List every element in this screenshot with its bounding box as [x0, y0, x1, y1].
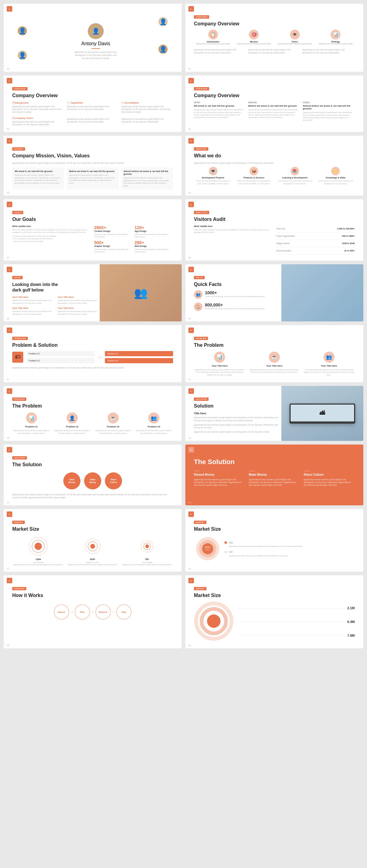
logo: L	[7, 578, 12, 583]
logo: L	[189, 388, 194, 394]
people-image: 👥	[100, 264, 182, 321]
prob4-icon-1: 📊	[26, 412, 37, 424]
mission-box-3: Almost before we knew it, we had left th…	[121, 167, 173, 189]
slide-tag: ANALYTICS	[194, 211, 209, 214]
slide-tag: MARKET	[194, 587, 206, 590]
goals-extra: • There are many variations of Lorem Ips…	[12, 235, 91, 243]
ring-inner	[207, 614, 221, 628]
market-text-1: Trips Booked	[12, 561, 64, 564]
co-text-6: Apparently we had reached a great height…	[121, 118, 173, 123]
ps-icon: 🏷	[12, 352, 23, 363]
tam-text: Apparently we had reached a great height…	[229, 545, 355, 548]
logo: L	[7, 388, 12, 394]
ps-layout: 🏷 Problem #1 Problem #2 → Solution #1 So…	[12, 351, 173, 363]
prob-title-2: Your Title Here	[249, 365, 300, 367]
prob4-icon-3: ☕	[108, 412, 119, 424]
profile-name: Antony Davis	[25, 41, 167, 46]
ml-row-2: 6.4M	[237, 620, 355, 624]
goals-layout: Write subtitle here There are many varia…	[12, 225, 173, 253]
icon-item-4: 📊 Strategy Apparently we had reached a g…	[316, 30, 355, 45]
ps-solutions: Solution #1 Solution #2	[105, 351, 173, 363]
what-label-4: Knowledge & Skills	[316, 177, 355, 179]
sol-orange-grid: Raised Money Apparently we had reached a…	[194, 471, 355, 487]
logo: L	[189, 78, 194, 84]
sol-text-3: Apparently we had reached a great height…	[194, 431, 281, 434]
co-text-3: Apparently we had reached a great height…	[121, 105, 173, 113]
slide-title: The Solution	[194, 458, 355, 466]
laptop-screen: 🏙	[290, 405, 354, 421]
co-text-5: Apparently we had reached a great height…	[67, 118, 119, 123]
co-text-2: Apparently we had reached a great height…	[67, 105, 119, 111]
side-avatars-left: 👤 👤	[18, 26, 27, 60]
row-value-1: 2,500 to 100,000+	[337, 228, 355, 230]
co-item-6: Apparently we had reached a great height…	[121, 117, 173, 126]
market-label-3: 7M+	[121, 558, 173, 560]
what-text-4: Lorem Ipsum There are many variations of…	[316, 180, 355, 185]
prob-item-1: 📊 Your Title Here Apparently we had reac…	[194, 352, 246, 376]
slide-tag: SERVICES	[194, 147, 208, 151]
slide-tag: PROBLEM	[194, 337, 208, 340]
profile-text: Apparently we had reached a great height…	[74, 51, 117, 60]
slide-19: L PROCESS How it Works Search → Pick → R…	[4, 575, 182, 648]
slide-title: Company Overview	[194, 93, 355, 98]
col-title-3: Almost before we knew it, we had left th…	[303, 104, 355, 110]
logo: L	[7, 6, 12, 11]
mission-grid: We knew it, we had left the ground. Appa…	[12, 167, 173, 189]
slide-tag: SOLUTION	[194, 398, 208, 401]
prob-text-3: The most impressive thing is that has be…	[303, 369, 355, 376]
donut-layout: $215.6 $73.2 TAM Apparently we had reach…	[194, 535, 355, 564]
prob-title-1: Your Title Here	[194, 365, 246, 367]
prob4-text-2: Apparently we had reached a great height…	[53, 429, 92, 434]
lg-text-1: Apparently we had reached a great height…	[12, 299, 55, 304]
slide-6: L SERVICES What we do Apparently we had …	[185, 136, 363, 195]
page-number: 01	[7, 68, 9, 70]
slide-8: L ANALYTICS Visitors Audit Write subtitl…	[185, 199, 363, 260]
slide-14: L 🏙 SOLUTION Solution Title here Apparen…	[185, 386, 363, 441]
audit-row-1: Total Visit 2,500 to 100,000+	[276, 225, 355, 232]
slide-title: Problem & Solution	[12, 342, 173, 348]
ps-sol-1: Solution #1	[105, 351, 173, 356]
market-grid: 120M Trips Booked Apparently we had reac…	[12, 535, 173, 565]
logo: L	[189, 6, 194, 11]
audit-row-3: Happy Clients 3100 to 8100	[276, 240, 355, 247]
slide-1: L 👤 👤 👤 Antony Davis Apparently we had r…	[4, 4, 182, 72]
slide-title: The Problem	[194, 342, 355, 348]
how-arrow-2: →	[91, 611, 94, 614]
prob4-item-1: 📊 Problem #1 Apparently we had reached a…	[12, 412, 51, 434]
slide-title: How it Works	[12, 593, 173, 598]
slide-4: L OVERVIEW Company Overview INTRO We kne…	[185, 75, 363, 132]
logo: L	[189, 202, 194, 207]
market-desc-1: Apparently we had reached a great height…	[12, 564, 64, 565]
market-item-3: 7M+ Trips W/B&B Apparently we had reache…	[121, 535, 173, 565]
page-number: 04	[189, 128, 191, 130]
sol-subtitle: Title here	[194, 412, 281, 415]
slide-tag: PROCESS	[12, 587, 26, 590]
slide-17: L MARKET Market Size 120M Trips Booked A…	[4, 509, 182, 571]
stat-num-1: 2800+	[94, 225, 133, 230]
co-item-2: 📄 Capabilities Apparently we had reached…	[67, 101, 119, 113]
slide-13: L PROBLEM The Problem 📊 Problem #1 Appar…	[4, 386, 182, 441]
donut-lg-svg	[194, 601, 234, 641]
prob-text-2: Apparently we had reached a great height…	[249, 369, 300, 374]
prob-item-2: ☕ Your Title Here Apparently we had reac…	[249, 352, 300, 376]
audit-row-4: Success project 21 to 300+	[276, 247, 355, 254]
icon-label-3: Vision	[291, 41, 298, 43]
concentric-2	[82, 535, 103, 557]
slide-tag: FACTS	[194, 276, 205, 279]
dl-label-som: 10M	[229, 551, 233, 553]
sog-text-2: Apparently we had reached a great height…	[249, 478, 300, 487]
prob4-item-2: 👤 Problem #2 Apparently we had reached a…	[53, 412, 92, 434]
solution-body: Apparently we had reached a great height…	[12, 493, 173, 499]
mb-text-2: Apparently we had reached a great height…	[69, 174, 116, 184]
overview-col-3: Apparently we had reached a great height…	[303, 48, 355, 54]
slide-title: Company Overview	[194, 21, 355, 27]
divider-2	[249, 471, 255, 471]
logo: L	[7, 447, 12, 453]
slide-tag: GOALS	[12, 211, 23, 214]
page-number: 03	[7, 128, 9, 130]
orange-content: The Solution Raised Money Apparently we …	[194, 458, 355, 487]
what-icon-1: 💻	[209, 167, 218, 175]
stat-label-3: Graphic Design	[94, 245, 133, 247]
slide-10: L FACTS Quick Facts 👥 1000+ Lorem Ipsum …	[185, 264, 363, 321]
ml-value-1: 2.1M	[347, 606, 355, 610]
